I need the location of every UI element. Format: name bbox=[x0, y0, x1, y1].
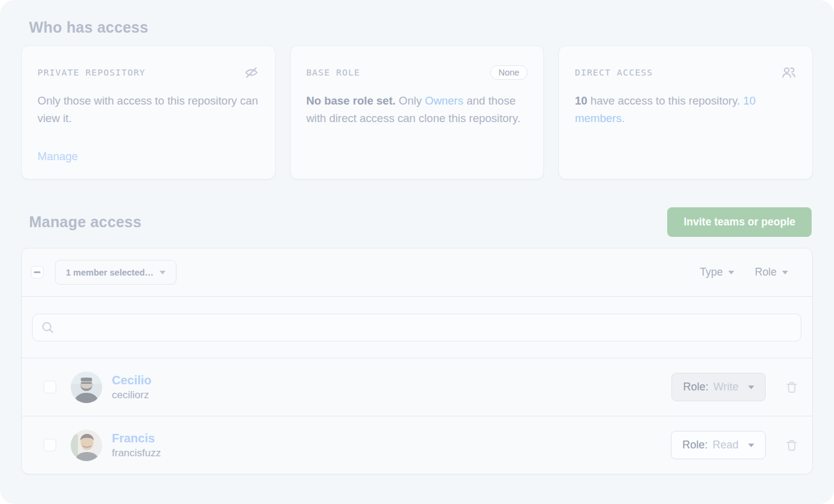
type-filter-label: Type bbox=[700, 266, 723, 279]
manage-link[interactable]: Manage bbox=[37, 150, 259, 163]
private-repository-label: PRIVATE REPOSITORY bbox=[37, 68, 146, 77]
member-checkbox[interactable] bbox=[44, 381, 56, 393]
card-header: DIRECT ACCESS bbox=[575, 65, 797, 80]
manage-access-title: Manage access bbox=[29, 213, 141, 231]
direct-access-card: DIRECT ACCESS 10 have access to this rep… bbox=[558, 45, 813, 179]
base-role-text-1: Only bbox=[396, 94, 425, 107]
repository-access-settings-page: Who has access PRIVATE REPOSITORY Only t… bbox=[0, 0, 834, 504]
remove-member-button[interactable] bbox=[784, 438, 799, 453]
trash-icon bbox=[784, 438, 799, 453]
role-key-label: Role: bbox=[682, 439, 708, 451]
member-row: Cecilio ceciliorz Role: Write bbox=[22, 358, 812, 416]
trash-icon bbox=[784, 380, 799, 395]
access-summary-cards: PRIVATE REPOSITORY Only those with acces… bbox=[21, 45, 813, 179]
card-header: BASE ROLE None bbox=[306, 65, 528, 80]
select-all-checkbox[interactable] bbox=[31, 266, 44, 279]
member-username: francisfuzz bbox=[112, 447, 161, 459]
chevron-down-icon bbox=[748, 444, 754, 447]
member-checkbox[interactable] bbox=[44, 439, 56, 451]
owners-link[interactable]: Owners bbox=[425, 94, 464, 107]
private-repository-card: PRIVATE REPOSITORY Only those with acces… bbox=[21, 45, 276, 179]
eye-closed-icon bbox=[244, 65, 259, 80]
role-value: Read bbox=[713, 439, 739, 451]
none-badge: None bbox=[490, 65, 528, 80]
who-has-access-title: Who has access bbox=[29, 19, 148, 36]
no-base-role-text: No base role set. bbox=[306, 94, 396, 107]
chevron-down-icon bbox=[160, 271, 166, 274]
search-band bbox=[22, 297, 812, 358]
direct-access-label: DIRECT ACCESS bbox=[575, 68, 653, 77]
avatar bbox=[71, 372, 102, 403]
type-filter-dropdown[interactable]: Type bbox=[700, 266, 734, 279]
member-name-link[interactable]: Cecilio bbox=[112, 373, 152, 387]
indeterminate-minus-icon bbox=[34, 271, 40, 273]
member-identity: Cecilio ceciliorz bbox=[112, 373, 152, 401]
member-row: Francis francisfuzz Role: Read bbox=[22, 416, 812, 474]
table-toolbar: 1 member selected… Type Role bbox=[22, 248, 812, 297]
role-filter-label: Role bbox=[755, 266, 777, 279]
search-field-wrapper bbox=[32, 314, 801, 341]
role-dropdown[interactable]: Role: Write bbox=[671, 373, 766, 401]
member-identity: Francis francisfuzz bbox=[112, 431, 161, 459]
card-header: PRIVATE REPOSITORY bbox=[37, 65, 259, 80]
direct-access-text-1: have access to this repository. bbox=[587, 94, 743, 107]
invite-teams-or-people-button[interactable]: Invite teams or people bbox=[667, 207, 812, 237]
role-value: Write bbox=[713, 381, 739, 393]
private-repository-description: Only those with access to this repositor… bbox=[37, 92, 259, 127]
manage-access-header: Manage access Invite teams or people bbox=[29, 207, 812, 237]
base-role-label: BASE ROLE bbox=[306, 68, 360, 77]
base-role-description: No base role set. Only Owners and those … bbox=[306, 92, 528, 127]
search-icon bbox=[41, 321, 54, 334]
role-dropdown[interactable]: Role: Read bbox=[671, 431, 766, 459]
member-search-input[interactable] bbox=[32, 314, 801, 341]
member-name-link[interactable]: Francis bbox=[112, 431, 161, 445]
selected-members-label: 1 member selected… bbox=[66, 268, 154, 277]
selected-members-dropdown[interactable]: 1 member selected… bbox=[55, 260, 176, 285]
member-username: ceciliorz bbox=[112, 389, 152, 401]
role-filter-dropdown[interactable]: Role bbox=[755, 266, 788, 279]
access-members-table: 1 member selected… Type Role bbox=[21, 248, 813, 474]
chevron-down-icon bbox=[748, 386, 754, 389]
chevron-down-icon bbox=[782, 271, 788, 274]
member-count-text: 10 bbox=[575, 94, 587, 107]
people-icon bbox=[781, 65, 797, 80]
remove-member-button[interactable] bbox=[784, 380, 799, 395]
chevron-down-icon bbox=[728, 271, 734, 274]
base-role-card: BASE ROLE None No base role set. Only Ow… bbox=[290, 45, 545, 179]
direct-access-description: 10 have access to this repository. 10 me… bbox=[575, 92, 797, 127]
role-key-label: Role: bbox=[683, 381, 708, 393]
avatar bbox=[71, 430, 102, 461]
